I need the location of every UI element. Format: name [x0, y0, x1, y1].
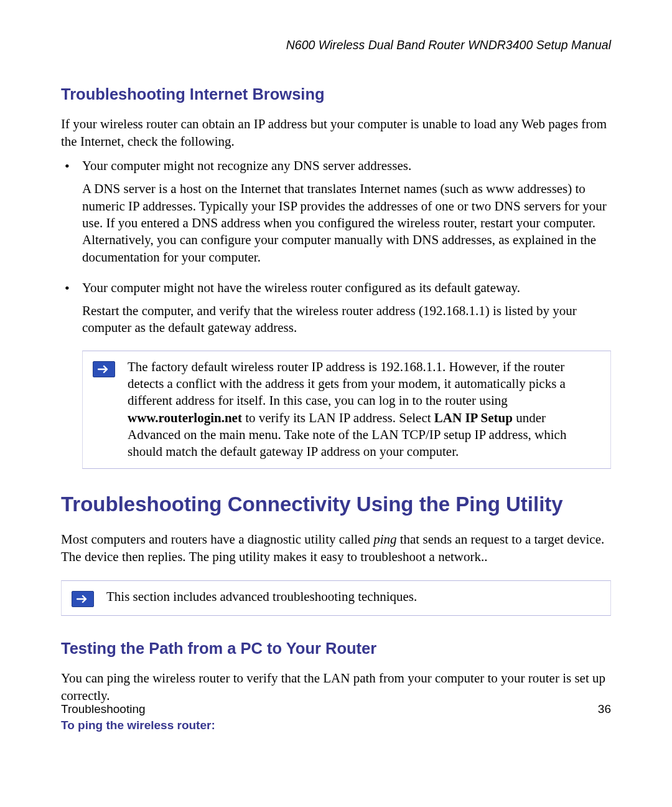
document-header: N600 Wireless Dual Band Router WNDR3400 …	[61, 37, 611, 53]
bullet-list: Your computer might not recognize any DN…	[61, 158, 611, 337]
bullet-lead: Your computer might not recognize any DN…	[82, 158, 611, 174]
note-text-part: to verify its LAN IP address. Select	[242, 410, 434, 425]
arrow-right-icon	[72, 588, 94, 608]
list-item: Your computer might not recognize any DN…	[61, 158, 611, 266]
text-part: Most computers and routers have a diagno…	[61, 532, 373, 547]
bullet-detail: Restart the computer, and verify that th…	[82, 303, 611, 337]
intro-paragraph: If your wireless router can obtain an IP…	[61, 116, 611, 150]
text-italic: ping	[373, 532, 396, 547]
bullet-detail: A DNS server is a host on the Internet t…	[82, 181, 611, 265]
heading-ping-utility: Troubleshooting Connectivity Using the P…	[61, 491, 611, 518]
note-text-part: The factory default wireless router IP a…	[128, 359, 566, 408]
arrow-right-icon	[93, 359, 115, 378]
heading-testing-path: Testing the Path from a PC to Your Route…	[61, 638, 611, 659]
note-bold: www.routerlogin.net	[128, 410, 242, 425]
page-footer: Troubleshooting 36	[61, 702, 611, 717]
action-heading: To ping the wireless router:	[61, 718, 611, 734]
ping-intro: Most computers and routers have a diagno…	[61, 531, 611, 565]
footer-page-number: 36	[598, 702, 611, 717]
bullet-lead: Your computer might not have the wireles…	[82, 280, 611, 296]
note-box: This section includes advanced troublesh…	[61, 580, 611, 616]
heading-troubleshooting-browsing: Troubleshooting Internet Browsing	[61, 84, 611, 105]
sub-intro: You can ping the wireless router to veri…	[61, 670, 611, 704]
note-text: The factory default wireless router IP a…	[128, 359, 599, 461]
footer-section: Troubleshooting	[61, 702, 146, 717]
note-text: This section includes advanced troublesh…	[106, 588, 599, 605]
list-item: Your computer might not have the wireles…	[61, 280, 611, 337]
note-bold: LAN IP Setup	[434, 410, 513, 425]
note-box: The factory default wireless router IP a…	[82, 351, 611, 469]
